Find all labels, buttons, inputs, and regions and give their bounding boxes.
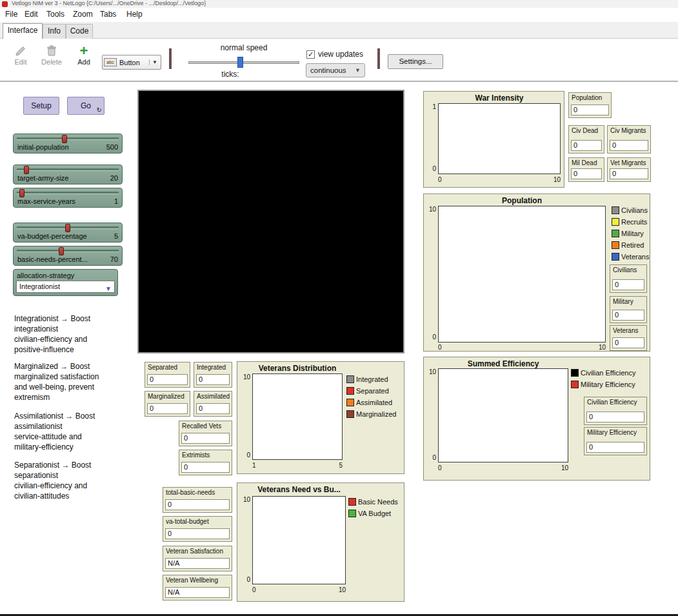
legend-swatch xyxy=(612,253,619,261)
monitor-label: Veterans xyxy=(613,327,645,334)
plot-area xyxy=(438,103,561,174)
monitor-value: 0 xyxy=(165,499,230,510)
monitor-label: Separated xyxy=(148,364,188,371)
monitor-value: 0 xyxy=(571,140,602,151)
x-axis-min: 0 xyxy=(438,176,442,183)
slider-value: 20 xyxy=(110,174,118,182)
legend-item: Military Efficiency xyxy=(571,380,635,389)
legend-swatch xyxy=(346,410,354,418)
tab-info[interactable]: Info xyxy=(43,24,66,39)
legend-item: Assimilated xyxy=(346,398,392,407)
monitor-value: 0 xyxy=(586,442,644,453)
legend-item: Veterans xyxy=(612,252,649,261)
slider-value: 1 xyxy=(114,197,118,205)
window-title: Vetlogo NIM ver 3 - NetLogo {C:/Users/..… xyxy=(12,0,206,6)
monitor-value: 0 xyxy=(181,433,230,444)
menu-file[interactable]: File xyxy=(5,10,17,19)
netlogo-window: Vetlogo NIM ver 3 - NetLogo {C:/Users/..… xyxy=(0,0,678,616)
tab-code[interactable]: Code xyxy=(66,24,93,39)
widget-type-dropdown[interactable]: abc Button ▼ xyxy=(102,55,161,70)
update-mode-dropdown[interactable]: continuous ▼ xyxy=(306,63,365,77)
monitor-civilians: Civilians 0 xyxy=(610,264,647,293)
slider-basic-needs-percent[interactable]: basic-needs-percent... 70 xyxy=(13,246,123,266)
monitor-civ-migrants: Civ Migrants 0 xyxy=(607,125,651,154)
chevron-down-icon: ▼ xyxy=(105,283,112,294)
setup-button[interactable]: Setup xyxy=(23,97,59,115)
delete-widget-button[interactable]: Delete xyxy=(36,44,67,66)
monitor-value: 0 xyxy=(147,374,188,385)
slider-handle[interactable] xyxy=(19,189,25,197)
go-label: Go xyxy=(81,101,91,110)
monitor-label: total-basic-needs xyxy=(166,489,230,496)
slider-handle[interactable] xyxy=(59,247,64,255)
x-axis-min: 0 xyxy=(438,344,442,351)
note-separationist: Separationist → Boost separationist civi… xyxy=(14,460,125,501)
x-axis-min: 1 xyxy=(252,462,256,469)
chooser-value-box[interactable]: Integrationist ▼ xyxy=(16,281,115,293)
monitor-label: Civilians xyxy=(613,266,645,273)
monitor-label: Civ Migrants xyxy=(610,127,649,134)
monitor-label: Civ Dead xyxy=(572,127,603,134)
slider-groove xyxy=(17,137,119,140)
legend-item: Separated xyxy=(346,386,389,395)
monitor-label: Military Efficiency xyxy=(587,429,645,436)
monitor-label: va-total-budget xyxy=(166,518,230,525)
edit-widget-button[interactable]: Edit xyxy=(8,44,34,66)
monitor-population: Population 0 xyxy=(568,92,612,118)
slider-handle[interactable] xyxy=(65,224,70,232)
monitor-value: N/A xyxy=(165,558,230,569)
slider-initial-population[interactable]: initial-population 500 xyxy=(13,134,123,154)
slider-max-service-years[interactable]: max-service-years 1 xyxy=(13,188,123,208)
speed-slider-track[interactable] xyxy=(188,61,299,64)
chooser-allocation-strategy[interactable]: allocation-strategy Integrationist ▼ xyxy=(13,269,118,296)
y-axis-max: 10 xyxy=(239,373,250,381)
chevron-down-icon: ▼ xyxy=(149,59,159,65)
tab-bar: Interface Info Code xyxy=(0,22,678,39)
menu-edit[interactable]: Edit xyxy=(25,10,38,19)
add-widget-button[interactable]: + Add xyxy=(71,44,97,66)
x-axis-max: 10 xyxy=(550,176,561,183)
slider-target-army-size[interactable]: target-army-size 20 xyxy=(13,164,123,184)
view-updates-label: view updates xyxy=(318,50,363,59)
plot-title: Summed Efficiency xyxy=(438,359,568,368)
monitor-label: Integrated xyxy=(197,364,230,371)
slider-handle[interactable] xyxy=(62,135,67,143)
delete-label: Delete xyxy=(36,58,67,66)
slider-label: max-service-years xyxy=(17,197,75,205)
note-marginalized: Marginalized → Boost marginalized satisf… xyxy=(14,361,125,402)
monitor-label: Extrimists xyxy=(182,452,230,459)
plot-area xyxy=(438,368,568,462)
plus-icon: + xyxy=(71,44,97,58)
slider-groove xyxy=(17,168,119,171)
toolbar-separator xyxy=(169,48,172,69)
legend-item: Civilians xyxy=(612,206,648,215)
chevron-down-icon: ▼ xyxy=(355,67,361,74)
pencil-icon xyxy=(8,44,34,58)
interface-toolbar: Edit Delete + Add abc Button ▼ normal sp… xyxy=(0,39,678,82)
plot-title: War Intensity xyxy=(438,94,561,103)
view-updates-checkbox[interactable]: ✓ xyxy=(306,50,315,59)
slider-label: initial-population xyxy=(17,143,69,151)
legend-item: Civilian Efficiency xyxy=(571,368,635,377)
trash-icon xyxy=(36,44,67,58)
settings-button[interactable]: Settings... xyxy=(388,54,443,69)
world-view[interactable] xyxy=(137,90,404,353)
slider-value: 5 xyxy=(114,232,118,240)
speed-slider-label: normal speed xyxy=(188,43,299,52)
menu-help[interactable]: Help xyxy=(126,10,143,19)
slider-va-budget-percentage[interactable]: va-budget-percentage 5 xyxy=(13,223,123,243)
menu-tools[interactable]: Tools xyxy=(46,10,65,19)
x-axis-min: 0 xyxy=(438,464,442,472)
monitor-mil-dead: Mil Dead 0 xyxy=(568,157,604,182)
tab-interface[interactable]: Interface xyxy=(3,23,43,39)
monitor-value: 0 xyxy=(610,168,648,179)
legend-swatch xyxy=(348,510,356,517)
legend-swatch xyxy=(571,369,579,377)
menu-zoom[interactable]: Zoom xyxy=(73,10,93,19)
go-button[interactable]: Go ↻ xyxy=(67,97,105,115)
monitor-separated: Separated 0 xyxy=(145,362,190,388)
menu-tabs[interactable]: Tabs xyxy=(100,10,116,19)
slider-handle[interactable] xyxy=(24,166,29,174)
speed-slider-handle[interactable] xyxy=(237,57,243,68)
setup-label: Setup xyxy=(31,101,51,110)
